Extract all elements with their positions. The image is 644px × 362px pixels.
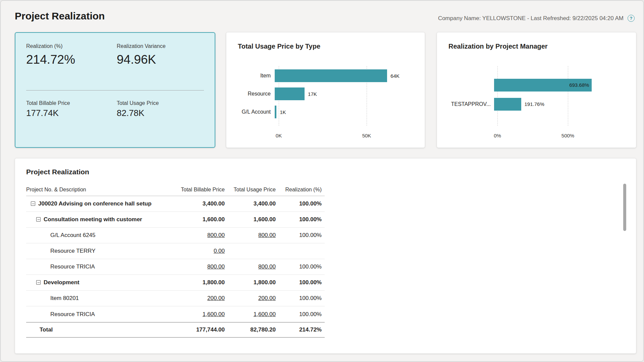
bar-manager-2[interactable] — [494, 98, 521, 111]
bar-item[interactable] — [275, 69, 387, 82]
kpi-realization: Realization (%) 214.72% — [26, 43, 117, 67]
kpi-usage-value: 82.78K — [117, 108, 204, 118]
category-label: Item — [238, 73, 275, 79]
collapse-icon[interactable] — [36, 217, 41, 222]
usage-chart-card: Total Usage Price by Type Item 64K Resou… — [226, 32, 425, 148]
cell-billable-link[interactable]: 800.00 — [174, 232, 225, 239]
cell-billable-link[interactable]: 1,600.00 — [174, 311, 225, 318]
collapse-icon[interactable] — [31, 201, 35, 206]
cell-billable-link[interactable]: 200.00 — [174, 295, 225, 302]
cell-billable-link[interactable]: 0.00 — [174, 248, 225, 254]
manager-chart-title: Realization by Project Manager — [448, 42, 625, 51]
cell-usage-link[interactable]: 800.00 — [225, 263, 276, 270]
table-row[interactable]: Resource TRICIA 800.00 800.00 100.00% — [26, 259, 325, 275]
col-header-description: Project No. & Description — [26, 187, 174, 193]
cell-billable-link[interactable]: 800.00 — [174, 263, 225, 270]
cell-realization: 214.72% — [276, 326, 325, 333]
col-header-billable: Total Billable Price — [174, 187, 225, 193]
chart-row: Item 64K — [238, 67, 413, 85]
cell-description: Item 80201 — [26, 295, 174, 302]
bar-value-label: 64K — [390, 73, 399, 79]
x-axis: 0% 500% — [497, 133, 585, 139]
cell-realization: 100.00% — [276, 279, 325, 286]
cell-description: Resource TRICIA — [26, 263, 174, 270]
table-header-row: Project No. & Description Total Billable… — [26, 183, 325, 196]
cell-description: G/L Account 6245 — [26, 232, 174, 239]
table-row[interactable]: Item 80201 200.00 200.00 100.00% — [26, 291, 325, 306]
kpi-billable-label: Total Billable Price — [26, 100, 117, 107]
bar-value-label: 1K — [280, 109, 286, 115]
kpi-usage: Total Usage Price 82.78K — [117, 100, 204, 118]
cell-description: Consultation meeting with customer — [26, 216, 174, 223]
cell-usage: 82,780.20 — [225, 326, 276, 333]
kpi-bottom-grid: Total Billable Price 177.74K Total Usage… — [26, 100, 204, 118]
x-axis: 0K 50K — [279, 133, 383, 139]
kpi-divider — [26, 90, 204, 90]
bar-track: 191.76% — [494, 95, 625, 114]
kpi-usage-label: Total Usage Price — [117, 100, 204, 107]
cell-usage-link[interactable]: 800.00 — [225, 232, 276, 239]
row-label: J00020 Advising on conference hall setup — [38, 200, 152, 207]
bar-track: 693.68% — [494, 75, 625, 95]
table-card: Project Realization Project No. & Descri… — [15, 158, 636, 354]
bar-value-label: 693.68% — [569, 82, 592, 88]
cell-usage: 1,600.00 — [225, 216, 276, 223]
cell-realization: 100.00% — [276, 295, 325, 302]
cards-row: Realization (%) 214.72% Realization Vari… — [15, 32, 643, 148]
chart-row: Resource 17K — [238, 85, 413, 103]
page-header: Project Realization Company Name: YELLOW… — [1, 1, 643, 32]
table-row[interactable]: Resource TERRY 0.00 — [26, 243, 325, 259]
cell-description: J00020 Advising on conference hall setup — [26, 200, 174, 207]
table-row[interactable]: J00020 Advising on conference hall setup… — [26, 196, 325, 212]
cell-billable: 1,600.00 — [174, 216, 225, 223]
cell-description: Development — [26, 279, 174, 286]
table-total-row: Total 177,744.00 82,780.20 214.72% — [26, 322, 325, 338]
kpi-billable: Total Billable Price 177.74K — [26, 100, 117, 118]
bar-resource[interactable] — [275, 87, 305, 100]
cell-billable: 177,744.00 — [174, 326, 225, 333]
bar-value-label: 17K — [308, 91, 317, 97]
bar-gl-account[interactable] — [275, 106, 276, 118]
app-window: Project Realization Company Name: YELLOW… — [0, 0, 644, 362]
cell-realization: 100.00% — [276, 216, 325, 223]
chart-row: TESTAPPROV... 191.76% — [448, 95, 625, 114]
table-row[interactable]: Development 1,800.00 1,800.00 100.00% — [26, 275, 325, 291]
chart-row: G/L Account 1K — [238, 103, 413, 121]
usage-chart-title: Total Usage Price by Type — [238, 42, 413, 51]
help-icon[interactable]: ? — [628, 15, 635, 22]
usage-chart-plot: Item 64K Resource 17K G/L Account — [238, 67, 413, 121]
header-info: Company Name: YELLOWSTONE - Last Refresh… — [438, 15, 635, 22]
category-label: Resource — [238, 91, 275, 97]
kpi-variance-value: 94.96K — [117, 52, 204, 67]
cell-description: Resource TRICIA — [26, 311, 174, 318]
table-row[interactable]: G/L Account 6245 800.00 800.00 100.00% — [26, 228, 325, 243]
kpi-card[interactable]: Realization (%) 214.72% Realization Vari… — [15, 32, 215, 148]
kpi-variance: Realization Variance 94.96K — [117, 43, 204, 67]
x-tick: 0% — [494, 133, 501, 138]
manager-chart-plot: 693.68% TESTAPPROV... 191.76% — [448, 75, 625, 114]
x-tick: 500% — [561, 133, 574, 138]
collapse-icon[interactable] — [36, 280, 41, 285]
col-header-usage: Total Usage Price — [225, 187, 276, 193]
cell-description: Total — [26, 326, 174, 333]
cell-realization: 100.00% — [276, 232, 325, 239]
cell-usage-link[interactable]: 1,600.00 — [225, 311, 276, 318]
kpi-realization-value: 214.72% — [26, 52, 117, 67]
bar-track: 64K — [275, 67, 413, 85]
cell-usage-link[interactable]: 200.00 — [225, 295, 276, 302]
table-row[interactable]: Consultation meeting with customer 1,600… — [26, 212, 325, 228]
category-label: G/L Account — [238, 109, 275, 115]
table-scrollbar[interactable] — [623, 184, 626, 231]
page-title: Project Realization — [15, 9, 105, 23]
cell-usage: 3,400.00 — [225, 200, 276, 207]
table-title: Project Realization — [26, 168, 636, 176]
manager-chart-card: Realization by Project Manager 693.68% T… — [437, 32, 636, 148]
kpi-variance-label: Realization Variance — [117, 43, 204, 50]
row-label: Development — [44, 279, 79, 286]
bar-manager-1[interactable]: 693.68% — [494, 79, 592, 92]
table-row[interactable]: Resource TRICIA 1,600.00 1,600.00 100.00… — [26, 306, 325, 322]
company-info-text: Company Name: YELLOWSTONE - Last Refresh… — [438, 15, 624, 22]
bar-value-label: 191.76% — [525, 101, 544, 107]
chart-row: 693.68% — [448, 75, 625, 95]
cell-realization: 100.00% — [276, 311, 325, 318]
